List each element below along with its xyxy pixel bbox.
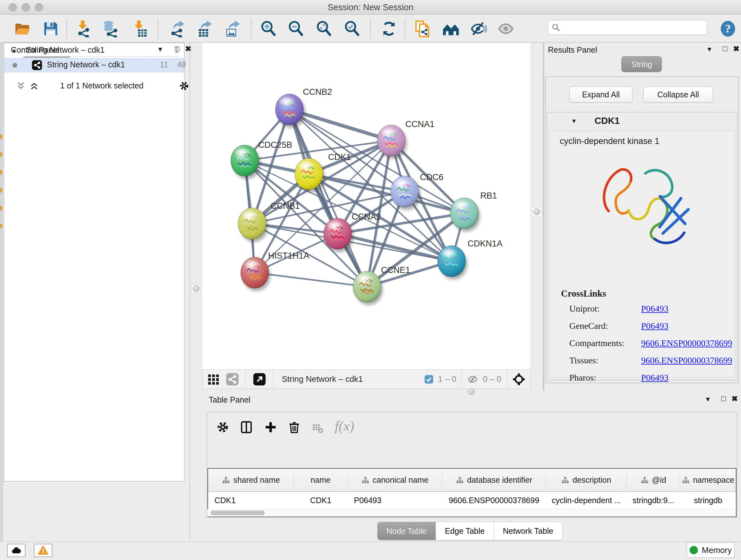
birds-eye-view-icon[interactable] [207,373,220,386]
tab-network-table[interactable]: Network Table [494,522,562,540]
graph-edge-CCNE1-HIST1H1A[interactable] [255,273,367,287]
protein-collapse-icon[interactable]: ▾ [572,117,576,125]
graph-node-CDKN1A[interactable]: CDKN1A [437,239,502,280]
shared-column-icon [641,476,649,484]
column-header-description[interactable]: description [546,469,626,491]
zoom-selected-button[interactable] [343,19,361,38]
refresh-button[interactable] [380,19,398,38]
right-splitter[interactable] [531,43,543,389]
graph-node-CCNB2[interactable]: CCNB2 [275,87,332,128]
network-collection-row[interactable]: ▾ String Network – cdk1 1 [4,43,184,58]
network-graph[interactable]: CCNB2CCNA1CDC25BCDK1CDC6RB1CCNB1CCNA2CDK… [202,43,530,369]
zoom-out-button[interactable] [286,19,305,38]
left-splitter[interactable] [190,43,202,541]
open-session-button[interactable] [13,19,32,38]
table-hscrollbar[interactable] [207,509,735,516]
graph-node-CCNE1[interactable]: CCNE1 [353,265,410,305]
memory-button[interactable]: Memory [687,543,735,558]
column-header-label: description [572,476,611,485]
left-splitter-handle[interactable] [192,284,201,293]
table-header-row: shared namenamecanonical namedatabase id… [208,469,736,492]
home-button[interactable] [442,19,460,38]
table-row[interactable]: CDK1CDK1P064939606.ENSP00000378699cyclin… [208,492,736,509]
warning-status-button[interactable] [34,544,52,557]
create-column-plus-icon[interactable] [264,421,277,434]
table-hscrollbar-thumb[interactable] [211,510,265,515]
title-bar: Session: New Session [0,0,741,15]
export-image-button[interactable] [223,19,242,38]
tab-edge-table[interactable]: Edge Table [436,522,494,540]
results-panel-collapse-icon[interactable]: ▾ [708,45,711,53]
expand-all-button[interactable]: Expand All [569,86,632,103]
network-list-toolbar: 1 of 1 Network selected [11,80,192,92]
export-table-button[interactable] [195,19,214,38]
column-header-name[interactable]: name [294,469,347,491]
network-row[interactable]: String Network – cdk1 11 48 [4,58,184,72]
protein-description: cyclin-dependent kinase 1 [560,136,659,146]
hidden-eye-icon[interactable] [467,373,479,385]
import-network-from-database-button[interactable] [102,19,120,38]
table-panel-float-icon[interactable]: □ [721,395,726,402]
results-panel-float-icon[interactable]: □ [723,45,728,52]
network-tree: ▾ String Network – cdk1 1 String Network… [4,43,185,482]
column-header-namespace[interactable]: namespace [680,469,736,491]
zoom-in-button[interactable] [259,19,278,38]
cloud-status-button[interactable] [7,544,25,557]
crosslink-value-link[interactable]: P06493 [641,373,669,383]
delete-column-trash-icon[interactable] [287,421,301,434]
zoom-fit-button[interactable] [315,19,333,38]
network-view-toolbar: String Network – cdk1 1 – 0 0 – 0 [202,369,531,389]
import-network-button[interactable] [74,19,92,38]
table-panel-collapse-icon[interactable]: ▾ [706,395,710,403]
copy-network-button[interactable] [414,19,432,38]
column-header--id[interactable]: @id [627,469,680,491]
external-view-icon[interactable] [253,373,266,386]
network-canvas[interactable]: CCNB2CCNA1CDC25BCDK1CDC6RB1CCNB1CCNA2CDK… [202,43,530,369]
search-input[interactable] [548,20,707,35]
crosslink-value-link[interactable]: P06493 [641,304,669,314]
graph-node-HIST1H1A[interactable]: HIST1H1A [241,251,309,291]
column-header-database-identifier[interactable]: database identifier [442,469,546,491]
search-text[interactable] [561,23,704,32]
horizontal-splitter-handle[interactable] [468,388,475,395]
network-label: String Network – cdk1 [47,60,125,69]
crosslink-value-link[interactable]: 9606.ENSP00000378699 [641,338,732,348]
show-columns-icon[interactable] [240,421,253,434]
graph-node-RB1[interactable]: RB1 [450,191,497,232]
collection-expand-icon[interactable]: ▾ [12,47,16,55]
zoom-in-icon [260,20,277,37]
graph-node-CCNA1[interactable]: CCNA1 [377,119,434,159]
export-network-button[interactable] [168,19,186,38]
houses-icon [442,20,460,37]
copy-document-icon [414,20,431,37]
string-results-container: Expand All Collapse All ▾ CDK1 cyclin-de… [545,77,739,383]
column-header-shared-name[interactable]: shared name [208,469,294,491]
save-session-button[interactable] [42,19,60,38]
selected-checkbox-icon[interactable] [424,374,434,384]
table-panel-close-icon[interactable]: ✖ [731,395,738,402]
collection-label: String Network – cdk1 [26,45,105,55]
network-overview-icon[interactable] [226,373,239,386]
navigate-crosshair-icon[interactable] [512,372,526,386]
network-options-gear-icon[interactable] [179,80,190,91]
import-table-button[interactable] [130,19,149,38]
graph-node-CDC6[interactable]: CDC6 [391,172,444,210]
graph-node-label: CDKN1A [468,239,502,248]
crosslink-value-link[interactable]: P06493 [641,321,669,331]
shared-column-icon [456,476,464,484]
network-view-title: String Network – cdk1 [282,374,363,384]
tab-node-table[interactable]: Node Table [378,522,436,540]
help-button[interactable]: ? [719,19,737,38]
crosslink-value-link[interactable]: 9606.ENSP00000378699 [641,355,732,366]
tab-string[interactable]: String [621,56,662,72]
table-panel: Table Panel ▾ □ ✖ f(x) shared namenameca… [202,395,741,542]
collapse-all-button[interactable]: Collapse All [643,86,713,103]
table-options-gear-icon[interactable] [216,421,229,434]
column-header-canonical-name[interactable]: canonical name [347,469,442,491]
right-splitter-handle[interactable] [532,207,542,216]
hide-selected-button[interactable] [469,19,488,38]
results-panel-close-icon[interactable]: ✖ [733,45,739,53]
crosslink-row: GeneCard:P06493 [569,321,729,331]
cytoscape-window: Session: New Session [0,0,741,560]
show-all-button[interactable] [496,19,515,38]
